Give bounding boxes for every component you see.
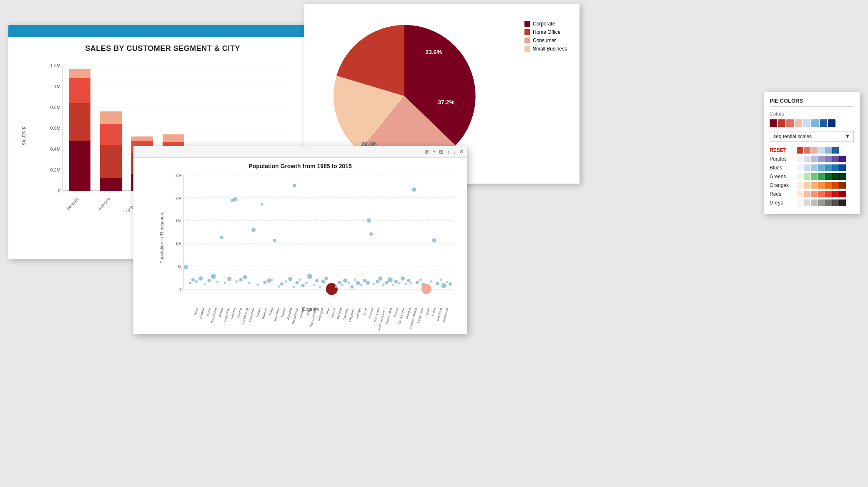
svg-text:15k: 15k (176, 219, 182, 223)
swatch-6[interactable] (811, 119, 819, 127)
blues-label: Blues (770, 165, 797, 171)
scroll-down-icon[interactable]: ↓ (453, 149, 456, 155)
svg-rect-19 (100, 111, 122, 124)
swatch-1[interactable] (770, 119, 777, 127)
svg-text:Saint Lucia: Saint Lucia (373, 308, 380, 322)
svg-point-135 (432, 238, 436, 242)
reset-label[interactable]: RESET (770, 147, 797, 153)
main-color-swatches[interactable] (770, 119, 854, 127)
reds-row[interactable]: Reds (770, 191, 854, 197)
svg-point-99 (319, 286, 321, 288)
svg-text:Macedonia: Macedonia (248, 308, 255, 322)
svg-point-65 (191, 278, 195, 281)
swatch-8[interactable] (828, 119, 835, 127)
svg-point-126 (404, 283, 407, 285)
svg-text:Israel: Israel (194, 308, 198, 315)
scroll-up-icon[interactable]: ↑ (447, 149, 450, 155)
pan-icon[interactable]: ⊞ (439, 149, 444, 155)
svg-point-134 (430, 280, 432, 283)
greens-row[interactable]: Greens (770, 173, 854, 180)
svg-text:0: 0 (180, 288, 182, 292)
svg-text:Kazakhstan: Kazakhstan (211, 308, 217, 323)
svg-point-123 (394, 280, 398, 283)
swatch-2[interactable] (778, 119, 785, 127)
chevron-down-icon: ▼ (845, 134, 850, 139)
svg-point-140 (449, 282, 452, 285)
svg-point-112 (360, 284, 363, 286)
svg-text:South Africa: South Africa (416, 308, 424, 323)
svg-point-111 (356, 281, 360, 285)
svg-point-137 (439, 278, 442, 281)
svg-text:Nicaragua: Nicaragua (317, 308, 324, 321)
colors-label: Colors (770, 111, 854, 117)
reset-row[interactable]: RESET (770, 147, 854, 154)
svg-point-64 (189, 281, 191, 284)
svg-point-144 (367, 218, 371, 222)
svg-point-109 (350, 285, 354, 289)
svg-point-108 (347, 281, 350, 284)
zoom-reset-icon[interactable]: ⊕ (424, 149, 429, 155)
svg-text:Mongolia: Mongolia (286, 308, 293, 320)
svg-point-107 (343, 278, 347, 283)
x-axis-labels: Indonesia Israel Jamaica Jersey Kazakhst… (163, 304, 459, 331)
svg-text:Switzerland: Switzerland (442, 308, 449, 323)
svg-point-133 (421, 284, 431, 294)
greens-label: Greens (770, 174, 797, 179)
swatch-4[interactable] (795, 119, 802, 127)
swatch-7[interactable] (820, 119, 827, 127)
svg-point-128 (410, 282, 412, 284)
svg-point-139 (446, 281, 448, 283)
swatch-3[interactable] (786, 119, 794, 127)
svg-point-122 (392, 284, 394, 286)
pie-colors-panel: PIE COLORS Colors sequential scales ▼ RE… (764, 92, 860, 214)
svg-point-86 (273, 239, 276, 242)
svg-point-66 (195, 280, 198, 283)
scatter-chart-area: Population in Thousands 25k 20k 15k 10k … (163, 174, 459, 303)
zoom-in-icon[interactable]: + (432, 149, 436, 155)
pie-colors-title: PIE COLORS (770, 98, 854, 107)
svg-point-106 (341, 284, 344, 286)
svg-rect-22 (100, 178, 122, 191)
svg-text:Malta: Malta (269, 308, 273, 315)
svg-point-103 (326, 283, 338, 295)
svg-text:Sudan: Sudan (431, 308, 436, 316)
svg-point-68 (203, 283, 206, 285)
scatter-chart-card: ⊕ + ⊞ ↑ ↓ ✕ Population Growth from 1985 … (133, 146, 467, 334)
greys-swatches (797, 199, 846, 206)
swatch-5[interactable] (803, 119, 810, 127)
svg-point-130 (416, 280, 419, 284)
svg-point-100 (321, 279, 325, 283)
svg-point-85 (271, 278, 273, 281)
svg-point-71 (216, 280, 219, 283)
svg-point-70 (211, 274, 216, 279)
svg-text:Jersey: Jersey (206, 308, 211, 317)
svg-point-98 (315, 279, 319, 282)
svg-point-78 (243, 275, 247, 279)
scale-dropdown[interactable]: sequential scales ▼ (770, 131, 854, 142)
svg-text:Norway: Norway (331, 308, 336, 318)
svg-point-136 (436, 282, 439, 285)
svg-text:AURORA: AURORA (97, 197, 111, 211)
greys-row[interactable]: Greys (770, 199, 854, 206)
blues-row[interactable]: Blues (770, 164, 854, 171)
svg-text:37.2%: 37.2% (438, 99, 454, 106)
svg-point-90 (288, 277, 292, 281)
close-icon[interactable]: ✕ (459, 149, 464, 155)
svg-point-125 (401, 276, 405, 280)
svg-point-121 (388, 277, 393, 282)
scatter-title: Population Growth from 1985 to 2015 (133, 163, 467, 169)
svg-rect-27 (163, 134, 184, 142)
svg-point-88 (280, 282, 283, 285)
svg-point-73 (224, 281, 226, 284)
svg-text:Maldives: Maldives (261, 308, 267, 320)
svg-point-77 (239, 278, 243, 281)
svg-text:Samoa: Samoa (393, 308, 399, 317)
svg-text:Rwanda: Rwanda (368, 308, 374, 319)
svg-point-96 (307, 274, 312, 279)
svg-point-115 (369, 232, 373, 236)
svg-text:10k: 10k (176, 242, 182, 246)
svg-point-142 (233, 197, 237, 202)
svg-point-94 (301, 284, 305, 288)
oranges-row[interactable]: Oranges (770, 182, 854, 189)
purples-row[interactable]: Purples (770, 156, 854, 162)
